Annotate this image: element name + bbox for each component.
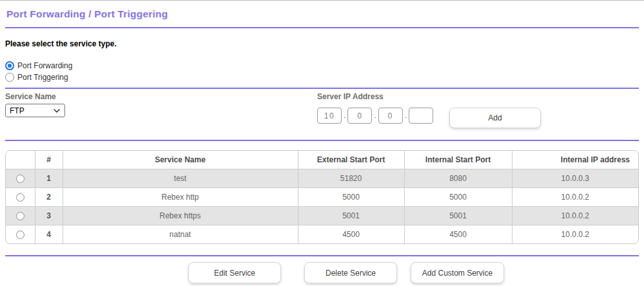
- section-divider: [5, 88, 639, 89]
- row-internal-port: 5000: [404, 188, 512, 207]
- ip-dot-separator: .: [374, 108, 376, 124]
- header-num: #: [35, 151, 63, 169]
- row-num: 4: [35, 225, 63, 244]
- title-underline: [5, 27, 639, 28]
- selected-service-value: FTP: [10, 106, 24, 115]
- row-num: 3: [35, 207, 63, 225]
- row-internal-ip: 10.0.0.2: [512, 225, 638, 244]
- service-name-field: Service Name FTP: [5, 93, 317, 117]
- radio-label: Port Forwarding: [17, 61, 72, 70]
- row-internal-ip: 10.0.0.2: [512, 188, 638, 207]
- service-name-select[interactable]: FTP: [5, 104, 65, 117]
- server-ip-field: Server IP Address . . . Add: [317, 93, 541, 128]
- table-header-row: # Service Name External Start Port Inter…: [6, 151, 638, 169]
- edit-service-button[interactable]: Edit Service: [188, 262, 281, 283]
- radio-selected-icon[interactable]: [5, 61, 14, 70]
- row-select-cell[interactable]: [6, 225, 35, 244]
- header-radio: [6, 151, 35, 169]
- row-internal-ip: 10.0.0.2: [512, 207, 638, 225]
- ip-octet-3-input[interactable]: [378, 108, 403, 124]
- table-row: 2 Rebex http 5000 5000 10.0.0.2: [6, 188, 638, 207]
- server-ip-label: Server IP Address: [317, 93, 541, 101]
- row-select-cell[interactable]: [6, 207, 35, 225]
- port-forwarding-table: # Service Name External Start Port Inter…: [5, 150, 639, 244]
- table-row: 1 test 51820 8080 10.0.0.3: [6, 169, 638, 188]
- row-external-port: 4500: [298, 225, 404, 244]
- table-actions: Edit Service Delete Service Add Custom S…: [188, 262, 639, 283]
- ip-dot-separator: .: [344, 108, 346, 124]
- radio-unselected-icon[interactable]: [5, 73, 14, 82]
- row-service-name: Rebex http: [63, 188, 298, 207]
- ip-octet-2-input[interactable]: [347, 108, 372, 124]
- row-num: 2: [35, 188, 63, 207]
- row-radio-icon[interactable]: [16, 231, 24, 239]
- row-internal-port: 4500: [404, 225, 512, 244]
- row-service-name: natnat: [63, 225, 298, 244]
- row-external-port: 51820: [298, 169, 404, 188]
- delete-service-button[interactable]: Delete Service: [304, 262, 397, 283]
- ip-dot-separator: .: [405, 108, 407, 124]
- row-service-name: test: [63, 169, 298, 188]
- ip-octet-4-input[interactable]: [409, 108, 433, 124]
- row-num: 1: [35, 169, 63, 188]
- ip-octet-1-input[interactable]: [317, 108, 342, 124]
- header-internal-port: Internal Start Port: [404, 151, 512, 169]
- service-type-prompt: Please select the service type.: [5, 39, 639, 48]
- table-row: 4 natnat 4500 4500 10.0.0.2: [6, 225, 638, 244]
- row-radio-icon[interactable]: [16, 212, 24, 220]
- port-forwarding-page: Port Forwarding / Port Triggering Please…: [0, 8, 644, 283]
- radio-option-port-forwarding[interactable]: Port Forwarding: [5, 61, 639, 70]
- chevron-down-icon: [54, 109, 60, 113]
- service-type-radio-group: Port Forwarding Port Triggering: [5, 61, 639, 82]
- row-radio-icon[interactable]: [16, 193, 24, 202]
- row-external-port: 5000: [298, 188, 404, 207]
- table-row: 3 Rebex https 5001 5001 10.0.0.2: [6, 207, 638, 225]
- row-select-cell[interactable]: [6, 169, 35, 188]
- add-button[interactable]: Add: [449, 108, 541, 128]
- row-internal-ip: 10.0.0.3: [512, 169, 638, 188]
- header-service-name: Service Name: [63, 151, 298, 169]
- row-select-cell[interactable]: [6, 188, 35, 207]
- page-top-divider: [0, 0, 644, 1]
- service-form: Service Name FTP Server IP Address . . .…: [5, 93, 639, 128]
- page-title: Port Forwarding / Port Triggering: [6, 8, 639, 20]
- row-internal-port: 5001: [404, 207, 512, 225]
- header-external-port: External Start Port: [298, 151, 404, 169]
- row-service-name: Rebex https: [63, 207, 298, 225]
- section-divider: [5, 255, 639, 256]
- row-radio-icon[interactable]: [16, 175, 24, 183]
- row-external-port: 5001: [298, 207, 404, 225]
- service-name-label: Service Name: [5, 93, 317, 101]
- add-custom-service-button[interactable]: Add Custom Service: [411, 262, 504, 283]
- server-ip-inputs: . . . Add: [317, 108, 541, 128]
- radio-option-port-triggering[interactable]: Port Triggering: [5, 72, 639, 82]
- header-internal-ip: Internal IP address: [512, 151, 638, 169]
- section-divider: [5, 140, 639, 141]
- radio-label: Port Triggering: [17, 73, 68, 82]
- row-internal-port: 8080: [404, 169, 512, 188]
